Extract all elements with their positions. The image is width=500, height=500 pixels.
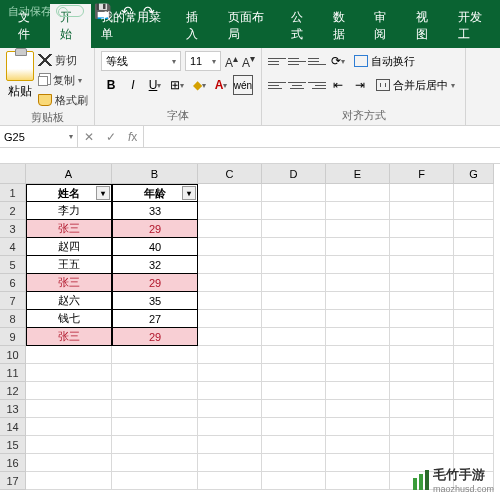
cell[interactable]: [454, 184, 494, 202]
cell[interactable]: [262, 238, 326, 256]
cell[interactable]: [390, 184, 454, 202]
cell[interactable]: [326, 400, 390, 418]
cell[interactable]: 钱七: [26, 310, 112, 328]
row-header[interactable]: 15: [0, 436, 26, 454]
cell[interactable]: 29: [112, 328, 198, 346]
grow-font-icon[interactable]: A▴: [225, 53, 238, 70]
bold-button[interactable]: B: [101, 75, 121, 95]
name-box[interactable]: G25▾: [0, 126, 78, 147]
row-header[interactable]: 8: [0, 310, 26, 328]
tab-file[interactable]: 文件: [8, 4, 50, 48]
cell[interactable]: [390, 418, 454, 436]
cell[interactable]: 40: [112, 238, 198, 256]
fill-color-button[interactable]: ◆▾: [189, 75, 209, 95]
tab-dev[interactable]: 开发工: [448, 4, 500, 48]
cell[interactable]: [26, 400, 112, 418]
row-header[interactable]: 5: [0, 256, 26, 274]
cell[interactable]: [262, 346, 326, 364]
cell[interactable]: 32: [112, 256, 198, 274]
cell[interactable]: [26, 382, 112, 400]
cell[interactable]: [454, 238, 494, 256]
cell[interactable]: [26, 346, 112, 364]
cell[interactable]: [326, 364, 390, 382]
wrap-text-button[interactable]: 自动换行: [350, 52, 419, 71]
align-top-button[interactable]: [268, 53, 286, 69]
row-header[interactable]: 11: [0, 364, 26, 382]
align-left-button[interactable]: [268, 77, 286, 93]
cell[interactable]: [262, 454, 326, 472]
underline-button[interactable]: U▾: [145, 75, 165, 95]
cell[interactable]: [390, 310, 454, 328]
cell[interactable]: 35: [112, 292, 198, 310]
row-header[interactable]: 13: [0, 400, 26, 418]
cell[interactable]: [262, 328, 326, 346]
cell[interactable]: [326, 328, 390, 346]
cell[interactable]: 王五: [26, 256, 112, 274]
formula-bar[interactable]: [144, 126, 500, 147]
worksheet-grid[interactable]: 1234567891011121314151617 ABCDEFG 姓名▾年龄▾…: [0, 164, 500, 490]
cell[interactable]: [198, 256, 262, 274]
cell[interactable]: [454, 310, 494, 328]
cell[interactable]: [262, 310, 326, 328]
cell[interactable]: [262, 256, 326, 274]
cell[interactable]: [390, 364, 454, 382]
cell[interactable]: [262, 436, 326, 454]
indent-dec-button[interactable]: ⇤: [328, 75, 348, 95]
select-all-corner[interactable]: [0, 164, 26, 184]
cell[interactable]: [326, 274, 390, 292]
cell[interactable]: [26, 364, 112, 382]
cell[interactable]: [390, 256, 454, 274]
cell[interactable]: [26, 418, 112, 436]
cell[interactable]: [262, 292, 326, 310]
cell[interactable]: [112, 472, 198, 490]
row-header[interactable]: 1: [0, 184, 26, 202]
paste-button[interactable]: 粘贴: [6, 51, 34, 109]
cell[interactable]: [390, 274, 454, 292]
cell[interactable]: [26, 454, 112, 472]
cell[interactable]: [326, 454, 390, 472]
cell[interactable]: [112, 346, 198, 364]
cell[interactable]: 张三: [26, 274, 112, 292]
row-header[interactable]: 3: [0, 220, 26, 238]
cell[interactable]: 年龄▾: [112, 184, 198, 202]
column-header[interactable]: D: [262, 164, 326, 184]
cell[interactable]: [390, 292, 454, 310]
cell[interactable]: [198, 418, 262, 436]
cell[interactable]: [262, 184, 326, 202]
cell[interactable]: [198, 202, 262, 220]
cell[interactable]: [198, 454, 262, 472]
row-header[interactable]: 9: [0, 328, 26, 346]
cell[interactable]: [326, 436, 390, 454]
column-header[interactable]: A: [26, 164, 112, 184]
cell[interactable]: [262, 472, 326, 490]
filter-icon[interactable]: ▾: [96, 186, 110, 200]
cell[interactable]: [454, 292, 494, 310]
cell[interactable]: [112, 382, 198, 400]
cell[interactable]: [326, 418, 390, 436]
border-button[interactable]: ⊞▾: [167, 75, 187, 95]
cell[interactable]: [262, 220, 326, 238]
cell[interactable]: [390, 382, 454, 400]
align-center-button[interactable]: [288, 77, 306, 93]
italic-button[interactable]: I: [123, 75, 143, 95]
row-header[interactable]: 2: [0, 202, 26, 220]
shrink-font-icon[interactable]: A▾: [242, 53, 255, 70]
cell[interactable]: 赵四: [26, 238, 112, 256]
cell[interactable]: [198, 310, 262, 328]
cell[interactable]: [326, 382, 390, 400]
cell[interactable]: [326, 472, 390, 490]
cell[interactable]: [454, 202, 494, 220]
column-header[interactable]: B: [112, 164, 198, 184]
row-header[interactable]: 6: [0, 274, 26, 292]
cell[interactable]: [262, 274, 326, 292]
cell[interactable]: [112, 436, 198, 454]
cell[interactable]: [198, 400, 262, 418]
indent-inc-button[interactable]: ⇥: [350, 75, 370, 95]
cell[interactable]: [198, 436, 262, 454]
tab-formula[interactable]: 公式: [281, 4, 323, 48]
cell[interactable]: 李力: [26, 202, 112, 220]
row-header[interactable]: 16: [0, 454, 26, 472]
cell[interactable]: [112, 418, 198, 436]
cell[interactable]: [326, 292, 390, 310]
cell[interactable]: 姓名▾: [26, 184, 112, 202]
